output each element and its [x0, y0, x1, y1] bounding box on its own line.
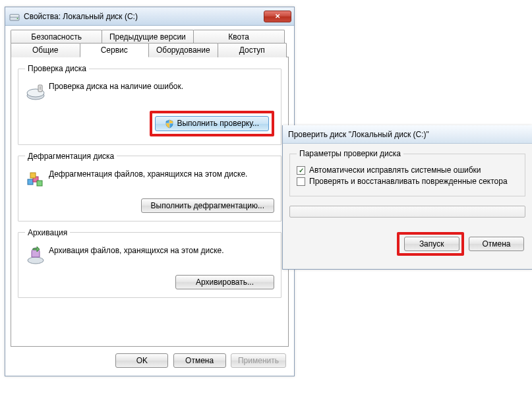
option-scan-sectors-label: Проверять и восстанавливать поврежденные…: [309, 177, 508, 186]
check-cancel-button[interactable]: Отмена: [469, 237, 524, 251]
legend-defrag: Дефрагментация диска: [25, 152, 117, 161]
check-window-title: Проверить диск "Локальный диск (C:)": [288, 130, 429, 139]
dialog-buttons: OK Отмена Применить: [5, 347, 294, 376]
shield-icon: [165, 119, 174, 129]
window-title: Свойства: Локальный диск (C:): [24, 12, 264, 21]
check-text: Проверка диска на наличие ошибок.: [49, 80, 274, 92]
progress-bar: [289, 206, 525, 218]
tabs-area: Безопасность Предыдущие версии Квота Общ…: [5, 26, 294, 347]
check-dialog-buttons: Запуск Отмена: [289, 232, 525, 266]
defrag-text: Дефрагментация файлов, хранящихся на это…: [49, 167, 274, 180]
check-options-legend: Параметры проверки диска: [297, 149, 403, 158]
option-fix-errors-label: Автоматически исправлять системные ошибк…: [309, 165, 481, 175]
checkbox-icon: [297, 177, 305, 186]
tab-general[interactable]: Общие: [11, 43, 80, 57]
svg-rect-9: [30, 173, 36, 178]
defrag-now-button[interactable]: Выполнить дефрагментацию...: [141, 198, 274, 213]
checkbox-icon: ✓: [297, 166, 305, 175]
check-options-group: Параметры проверки диска ✓ Автоматически…: [289, 149, 525, 196]
close-button[interactable]: ✕: [264, 11, 291, 22]
legend-backup: Архивация: [25, 228, 70, 237]
group-defrag: Дефрагментация диска Дефрагментация файл…: [18, 152, 281, 221]
svg-rect-6: [28, 179, 33, 185]
check-now-label: Выполнить проверку...: [177, 119, 259, 128]
svg-rect-1: [10, 15, 19, 17]
ok-button[interactable]: OK: [115, 353, 168, 368]
group-backup: Архивация Архивация файлов, хранящихся н…: [18, 228, 281, 298]
backup-icon: [25, 244, 49, 267]
checkdisk-icon: [25, 80, 49, 103]
tab-hardware[interactable]: Оборудование: [148, 43, 218, 57]
svg-rect-8: [37, 181, 42, 186]
option-scan-sectors[interactable]: Проверять и восстанавливать поврежденные…: [297, 177, 518, 186]
tab-previous-versions[interactable]: Предыдущие версии: [102, 30, 193, 44]
check-now-button[interactable]: Выполнить проверку...: [155, 116, 269, 131]
start-button[interactable]: Запуск: [404, 237, 459, 251]
tab-security[interactable]: Безопасность: [11, 30, 102, 44]
group-check-disk: Проверка диска Проверка диска на наличие…: [18, 64, 281, 145]
close-icon: ✕: [275, 13, 280, 20]
properties-window: Свойства: Локальный диск (C:) ✕ Безопасн…: [5, 7, 295, 376]
highlight-frame: Выполнить проверку...: [150, 111, 274, 136]
check-titlebar[interactable]: Проверить диск "Локальный диск (C:)": [283, 125, 532, 144]
backup-now-button[interactable]: Архивировать...: [175, 275, 274, 289]
svg-point-10: [28, 257, 44, 264]
apply-button: Применить: [231, 353, 286, 368]
defrag-icon: [25, 167, 49, 191]
backup-text: Архивация файлов, хранящихся на этом дис…: [49, 244, 274, 256]
option-fix-errors[interactable]: ✓ Автоматически исправлять системные оши…: [297, 165, 518, 175]
tab-quota[interactable]: Квота: [193, 30, 285, 44]
highlight-frame: Запуск: [397, 232, 464, 256]
check-disk-window: Проверить диск "Локальный диск (C:)" Пар…: [282, 125, 532, 270]
legend-check: Проверка диска: [25, 64, 89, 73]
cancel-button[interactable]: Отмена: [173, 353, 226, 368]
svg-point-2: [17, 18, 18, 19]
tab-sharing[interactable]: Доступ: [218, 43, 287, 57]
tab-body: Проверка диска Проверка диска на наличие…: [11, 57, 289, 347]
tab-tools[interactable]: Сервис: [80, 43, 150, 57]
titlebar[interactable]: Свойства: Локальный диск (C:) ✕: [5, 7, 294, 26]
drive-icon: [9, 11, 20, 22]
